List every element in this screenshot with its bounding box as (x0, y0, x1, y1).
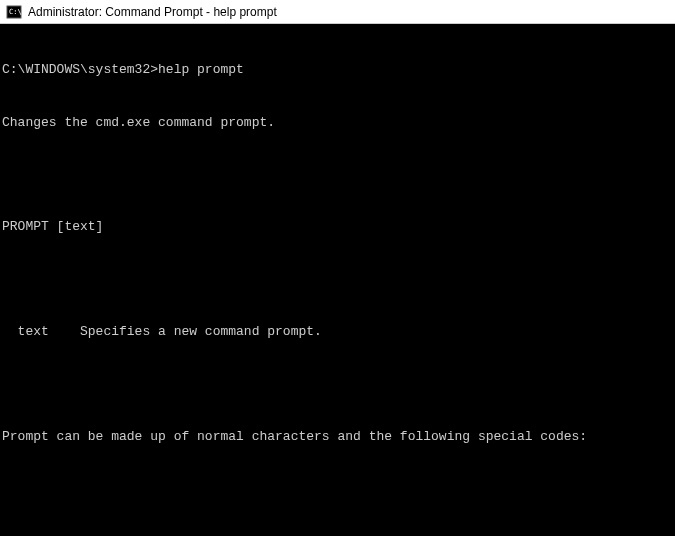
window-titlebar[interactable]: C:\ Administrator: Command Prompt - help… (0, 0, 675, 24)
blank-line (0, 481, 675, 498)
svg-text:C:\: C:\ (9, 8, 22, 16)
output-line: Prompt can be made up of normal characte… (0, 428, 675, 446)
output-line: PROMPT [text] (0, 218, 675, 236)
command-line: C:\WINDOWS\system32>help prompt (0, 61, 675, 79)
window-title: Administrator: Command Prompt - help pro… (28, 5, 277, 19)
terminal-output[interactable]: C:\WINDOWS\system32>help prompt Changes … (0, 24, 675, 536)
cmd-icon: C:\ (6, 4, 22, 20)
output-line: Changes the cmd.exe command prompt. (0, 114, 675, 132)
blank-line (0, 166, 675, 183)
typed-command: help prompt (158, 62, 244, 77)
prompt-path: C:\WINDOWS\system32> (2, 62, 158, 77)
blank-line (0, 271, 675, 288)
output-line: text Specifies a new command prompt. (0, 323, 675, 341)
blank-line (0, 376, 675, 393)
